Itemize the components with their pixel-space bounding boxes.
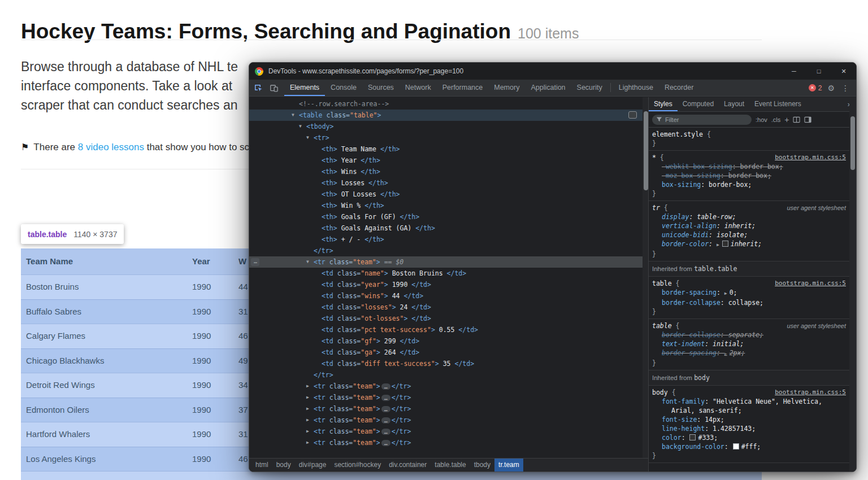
video-lessons-link[interactable]: 8 video lessons <box>78 142 144 152</box>
dom-tree-node[interactable]: <th> Goals Against (GA) </th> <box>249 222 649 234</box>
breadcrumb-html[interactable]: html <box>251 459 272 472</box>
inherited-selector[interactable]: table.table <box>694 265 737 273</box>
expand-value-icon[interactable]: ▶ <box>724 351 727 356</box>
css-property[interactable]: display: table-row; <box>652 212 846 221</box>
expand-arrow-icon[interactable]: ▶ <box>306 392 309 403</box>
breadcrumb-tr.team[interactable]: tr.team <box>494 459 523 472</box>
inherited-selector[interactable]: body <box>694 374 710 382</box>
css-property[interactable]: border-spacing: ▶0; <box>652 288 846 298</box>
dom-tree-node[interactable]: </tr> <box>249 245 649 256</box>
scrollbar-thumb[interactable] <box>850 116 855 170</box>
minimize-button[interactable]: ─ <box>782 63 806 80</box>
css-rule[interactable]: user agent stylesheettr {display: table-… <box>649 201 849 261</box>
kebab-menu-icon[interactable]: ⋮ <box>841 84 849 93</box>
css-rule[interactable]: bootstrap.min.css:5table {border-spacing… <box>649 277 849 319</box>
devtools-tab-security[interactable]: Security <box>571 80 608 96</box>
dom-tree-node[interactable]: ▶<tr class="team">…</tr> <box>249 437 649 448</box>
error-badge[interactable]: ✕ 2 <box>809 84 822 92</box>
devtools-tab-console[interactable]: Console <box>325 80 362 96</box>
styles-tab-event-listeners[interactable]: Event Listeners <box>749 97 806 111</box>
devtools-tab-memory[interactable]: Memory <box>488 80 525 96</box>
expand-arrow-icon[interactable]: ▶ <box>306 381 309 392</box>
dom-tree-node[interactable]: <td class="ot-losses"> </td> <box>249 313 649 324</box>
stylesheet-link[interactable]: bootstrap.min.css:5 <box>775 388 846 397</box>
expand-arrow-icon[interactable]: ▶ <box>306 403 309 414</box>
rule-selector[interactable]: table <box>652 322 672 330</box>
dom-tree-node[interactable]: ▶<tr class="team">…</tr> <box>249 414 649 426</box>
css-property[interactable]: box-sizing: border-box; <box>652 180 846 189</box>
color-swatch[interactable] <box>689 434 696 440</box>
dom-tree-node[interactable]: ▶<tr class="team">…</tr> <box>249 426 649 437</box>
breadcrumb-body[interactable]: body <box>272 459 295 472</box>
close-button[interactable]: ✕ <box>831 63 856 80</box>
devtools-tab-sources[interactable]: Sources <box>362 80 400 96</box>
styles-scrollbar[interactable] <box>849 97 856 472</box>
dom-tree-node[interactable]: <td class="name"> Boston Bruins </td> <box>249 268 649 279</box>
scrollbar-thumb[interactable] <box>644 111 648 190</box>
dom-tree-node[interactable]: <td class="losses"> 24 </td> <box>249 302 649 313</box>
toggle-classes-button[interactable]: .cls <box>771 116 781 123</box>
css-property[interactable]: color: #333; <box>652 433 846 442</box>
dom-tree-node[interactable]: <td class="gf"> 299 </td> <box>249 335 649 347</box>
dom-tree-node[interactable]: ▶<tr class="team">…</tr> <box>249 403 649 414</box>
css-rule[interactable]: element.style {} <box>649 128 849 151</box>
expand-value-icon[interactable]: ▶ <box>724 291 727 296</box>
rule-selector[interactable]: table <box>652 280 672 287</box>
sidebar-panel-icon[interactable] <box>804 116 811 123</box>
dom-tree-node[interactable]: <th> Year </th> <box>249 155 649 166</box>
inspect-element-icon[interactable] <box>251 81 265 95</box>
rule-selector[interactable]: * <box>652 154 660 162</box>
dom-tree-node[interactable]: ▼…<tr class="team"> == $0 <box>249 256 649 268</box>
dom-tree-node[interactable]: <td class="pct text-success"> 0.55 </td> <box>249 324 649 335</box>
devtools-tab-lighthouse[interactable]: Lighthouse <box>613 80 659 96</box>
css-property[interactable]: -moz-box-sizing: border-box; <box>652 171 846 180</box>
collapse-arrow-icon[interactable]: ▼ <box>299 121 302 132</box>
dom-tree-node[interactable]: </tr> <box>249 369 649 381</box>
stylesheet-link[interactable]: bootstrap.min.css:5 <box>775 279 846 288</box>
rule-selector[interactable]: body <box>652 389 668 396</box>
dom-tree-node[interactable]: <!--.row.search-area--> <box>249 98 649 110</box>
dom-tree-node[interactable]: ▼<table class="table"> <box>249 110 649 121</box>
css-property[interactable]: font-size: 14px; <box>652 415 846 424</box>
styles-filter-input[interactable]: Filter <box>652 115 752 125</box>
css-rule[interactable]: bootstrap.min.css:5* {-webkit-box-sizing… <box>649 151 849 201</box>
css-property[interactable]: border-spacing: ▶2px; <box>652 348 846 359</box>
color-swatch[interactable] <box>722 241 728 247</box>
devtools-titlebar[interactable]: DevTools - www.scrapethissite.com/pages/… <box>249 63 856 80</box>
dom-tree-node[interactable]: <th> Win % </th> <box>249 200 649 211</box>
collapse-arrow-icon[interactable]: ▼ <box>292 110 294 121</box>
stylesheet-link[interactable]: bootstrap.min.css:5 <box>775 153 846 162</box>
css-property[interactable]: line-height: 1.42857143; <box>652 424 846 433</box>
css-property[interactable]: -webkit-box-sizing: border-box; <box>652 162 846 171</box>
dom-tree-node[interactable]: <th> Team Name </th> <box>249 143 649 155</box>
dom-tree-node[interactable]: <th> Losses </th> <box>249 177 649 189</box>
dom-tree-node[interactable]: <td class="year"> 1990 </td> <box>249 279 649 290</box>
node-menu-icon[interactable]: … <box>251 258 259 266</box>
css-property[interactable]: border-collapse: separate; <box>652 330 846 339</box>
expand-value-icon[interactable]: ▶ <box>717 242 719 247</box>
settings-gear-icon[interactable]: ⚙ <box>827 84 835 93</box>
css-property[interactable]: border-collapse: collapse; <box>652 298 846 307</box>
styles-tab-styles[interactable]: Styles <box>649 97 678 111</box>
collapse-arrow-icon[interactable]: ▼ <box>306 132 309 143</box>
breadcrumb-table.table[interactable]: table.table <box>431 459 470 472</box>
breadcrumb-section#hockey[interactable]: section#hockey <box>330 459 385 472</box>
expand-arrow-icon[interactable]: ▶ <box>306 437 309 448</box>
dom-tree-node[interactable]: <td class="ga"> 264 </td> <box>249 347 649 358</box>
collapse-arrow-icon[interactable]: ▼ <box>306 256 309 268</box>
maximize-button[interactable]: □ <box>806 63 831 80</box>
dom-tree-node[interactable]: <th> + / - </th> <box>249 234 649 245</box>
css-rule[interactable]: user agent stylesheettable {border-colla… <box>649 319 849 370</box>
css-property[interactable]: border-color: ▶inherit; <box>652 239 846 250</box>
dom-tree-node[interactable]: <td class="wins"> 44 </td> <box>249 290 649 302</box>
breadcrumb-div#page[interactable]: div#page <box>295 459 331 472</box>
breadcrumb-div.container[interactable]: div.container <box>385 459 431 472</box>
css-property[interactable]: background-color: #fff; <box>652 442 846 451</box>
dom-tree-node[interactable]: ▼<tbody> <box>249 121 649 132</box>
color-swatch[interactable] <box>733 443 739 450</box>
styles-tab-computed[interactable]: Computed <box>678 97 719 111</box>
toggle-hover-state-button[interactable]: :hov <box>756 116 767 123</box>
devtools-tab-performance[interactable]: Performance <box>437 80 489 96</box>
devtools-tab-recorder[interactable]: Recorder <box>659 80 699 96</box>
node-badge-icon[interactable] <box>628 111 637 119</box>
